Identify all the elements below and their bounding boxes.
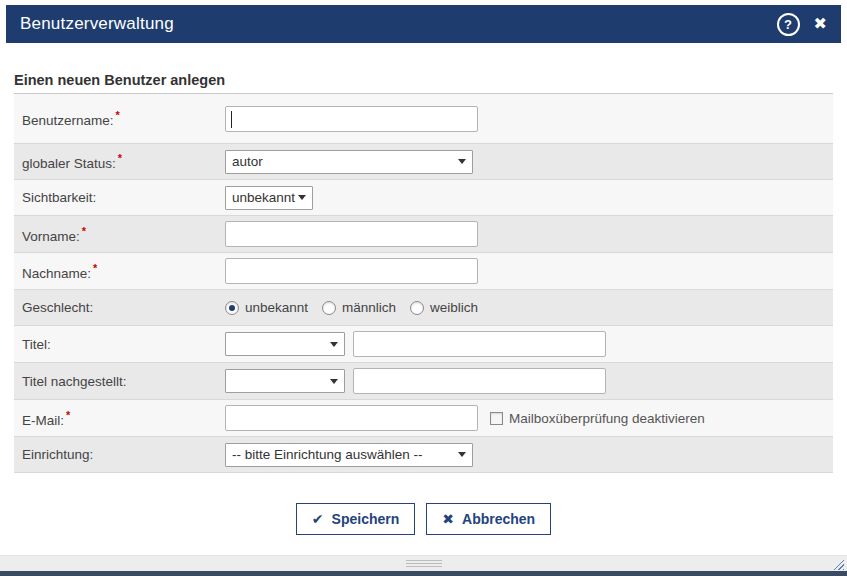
chevron-down-icon bbox=[330, 379, 338, 384]
check-icon: ✔ bbox=[312, 511, 324, 527]
nachname-input[interactable] bbox=[225, 258, 478, 284]
radio-weiblich[interactable] bbox=[410, 301, 424, 315]
titel-label: Titel: bbox=[22, 337, 225, 352]
radio-unbekannt[interactable] bbox=[225, 301, 239, 315]
mailbox-check-disable-label: Mailboxüberprüfung deaktivieren bbox=[509, 411, 705, 426]
vorname-input[interactable] bbox=[225, 221, 478, 247]
chevron-down-icon bbox=[298, 195, 306, 200]
titel-nachgestellt-input[interactable] bbox=[353, 368, 606, 394]
row-vorname: Vorname:* bbox=[14, 216, 833, 253]
titel-select[interactable] bbox=[225, 332, 345, 356]
row-benutzername: Benutzername:* bbox=[14, 94, 833, 144]
row-geschlecht: Geschlecht: unbekannt männlich weiblich bbox=[14, 290, 833, 326]
close-icon[interactable]: ✖ bbox=[814, 16, 827, 32]
required-mark: * bbox=[66, 409, 70, 421]
nachname-label: Nachname:* bbox=[22, 262, 225, 281]
globaler-status-select[interactable]: autor bbox=[225, 150, 473, 174]
dialog-content: Einen neuen Benutzer anlegen Benutzernam… bbox=[14, 43, 833, 535]
chevron-down-icon bbox=[458, 452, 466, 457]
sichtbarkeit-label: Sichtbarkeit: bbox=[22, 190, 225, 205]
chevron-down-icon bbox=[458, 159, 466, 164]
x-icon: ✖ bbox=[442, 511, 454, 527]
row-titel: Titel: bbox=[14, 326, 833, 363]
row-einrichtung: Einrichtung: -- bitte Einrichtung auswäh… bbox=[14, 437, 833, 473]
help-icon[interactable]: ? bbox=[777, 13, 800, 36]
radio-maennlich[interactable] bbox=[322, 301, 336, 315]
form-heading: Einen neuen Benutzer anlegen bbox=[14, 72, 833, 94]
cancel-button-label: Abbrechen bbox=[462, 511, 535, 527]
required-mark: * bbox=[93, 262, 97, 274]
email-label: E-Mail:* bbox=[22, 409, 225, 428]
geschlecht-label: Geschlecht: bbox=[22, 300, 225, 315]
einrichtung-label: Einrichtung: bbox=[22, 447, 225, 462]
resize-bar bbox=[0, 555, 847, 571]
titlebar-icons: ? ✖ bbox=[777, 13, 827, 36]
globaler-status-label: globaler Status:* bbox=[22, 152, 225, 171]
dialog-bottom-border bbox=[0, 571, 847, 576]
einrichtung-value: -- bitte Einrichtung auswählen -- bbox=[232, 447, 423, 462]
einrichtung-select[interactable]: -- bitte Einrichtung auswählen -- bbox=[225, 443, 473, 467]
dialog-titlebar: Benutzerverwaltung ? ✖ bbox=[6, 5, 841, 43]
radio-unbekannt-label: unbekannt bbox=[245, 300, 308, 315]
email-input[interactable] bbox=[225, 405, 478, 431]
required-mark: * bbox=[82, 225, 86, 237]
cancel-button[interactable]: ✖ Abbrechen bbox=[426, 503, 551, 535]
button-bar: ✔ Speichern ✖ Abbrechen bbox=[14, 503, 833, 535]
sichtbarkeit-select[interactable]: unbekannt bbox=[225, 186, 313, 210]
titel-nachgestellt-label: Titel nachgestellt: bbox=[22, 374, 225, 389]
chevron-down-icon bbox=[330, 342, 338, 347]
row-titel-nachgestellt: Titel nachgestellt: bbox=[14, 363, 833, 400]
form-rows: Benutzername:* globaler Status:* autor S… bbox=[14, 94, 833, 473]
row-globaler-status: globaler Status:* autor bbox=[14, 144, 833, 180]
text-caret bbox=[231, 111, 232, 128]
radio-weiblich-label: weiblich bbox=[430, 300, 478, 315]
required-mark: * bbox=[116, 109, 120, 121]
save-button-label: Speichern bbox=[332, 511, 400, 527]
globaler-status-value: autor bbox=[232, 154, 263, 169]
row-sichtbarkeit: Sichtbarkeit: unbekannt bbox=[14, 180, 833, 216]
row-email: E-Mail:* Mailboxüberprüfung deaktivieren bbox=[14, 400, 833, 437]
benutzername-input[interactable] bbox=[225, 106, 478, 132]
row-nachname: Nachname:* bbox=[14, 253, 833, 290]
geschlecht-radio-group: unbekannt männlich weiblich bbox=[225, 300, 486, 315]
resize-corner-icon[interactable] bbox=[831, 557, 844, 570]
titel-input[interactable] bbox=[353, 331, 606, 357]
sichtbarkeit-value: unbekannt bbox=[232, 190, 295, 205]
titel-nachgestellt-select[interactable] bbox=[225, 369, 345, 393]
dialog-title: Benutzerverwaltung bbox=[20, 14, 174, 34]
required-mark: * bbox=[118, 152, 122, 164]
benutzername-label: Benutzername:* bbox=[22, 109, 225, 128]
resize-grip-handle[interactable] bbox=[406, 560, 442, 567]
mailbox-check-disable-checkbox[interactable] bbox=[490, 412, 503, 425]
save-button[interactable]: ✔ Speichern bbox=[296, 503, 415, 535]
vorname-label: Vorname:* bbox=[22, 225, 225, 244]
radio-maennlich-label: männlich bbox=[342, 300, 396, 315]
